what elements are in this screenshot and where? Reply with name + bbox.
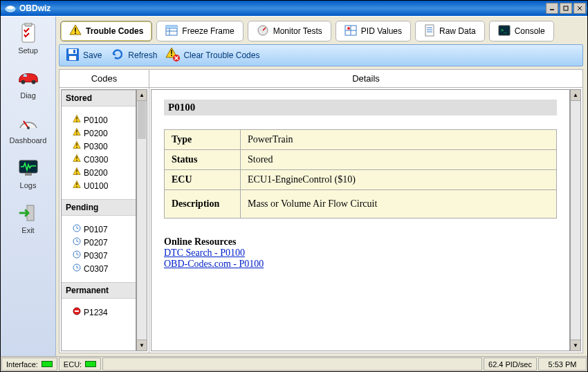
svg-point-46 (76, 133, 77, 135)
refresh-button[interactable]: Refresh (110, 47, 157, 64)
section-stored: Stored (62, 90, 136, 106)
nav-logs[interactable]: Logs (6, 157, 50, 189)
tab-label: Trouble Codes (86, 26, 143, 36)
code-row[interactable]: P0307 (62, 249, 136, 262)
warning-icon (73, 167, 81, 178)
minimize-button[interactable] (546, 3, 558, 14)
gauge-icon (17, 112, 39, 134)
svg-rect-28 (425, 25, 434, 36)
table-icon (165, 25, 178, 38)
content-area: Codes Stored P0100 P0200 P0300 C0300 B02… (59, 69, 583, 353)
tab-label: Console (515, 26, 545, 36)
status-pid-rate: 62.4 PID/sec (484, 357, 537, 371)
close-button[interactable] (573, 3, 586, 14)
code-row[interactable]: C0307 (62, 262, 136, 275)
no-entry-icon (73, 307, 81, 317)
svg-point-27 (347, 27, 350, 30)
document-icon (424, 24, 435, 39)
code-row[interactable]: U0100 (62, 179, 136, 192)
svg-point-16 (75, 32, 76, 34)
nav-diag-label: Diag (20, 91, 36, 100)
label-ecu: ECU (165, 170, 241, 190)
code-text: P0307 (84, 251, 108, 261)
nav-exit[interactable]: Exit (6, 202, 50, 234)
clear-codes-button[interactable]: Clear Trouble Codes (165, 47, 259, 64)
table-row: ECUECU1-EngineControl ($10) (165, 170, 557, 190)
svg-text:>_: >_ (501, 28, 507, 33)
code-text: U0100 (84, 181, 108, 191)
code-text: P1234 (84, 308, 108, 317)
app-icon (5, 3, 16, 14)
detail-code-heading: P0100 (164, 100, 557, 115)
svg-point-9 (31, 80, 35, 84)
status-interface-label: Interface: (6, 360, 38, 369)
code-row[interactable]: P0207 (62, 236, 136, 249)
status-clock: 5:53 PM (538, 357, 587, 371)
link-obd-codes[interactable]: OBD-Codes.com - P0100 (164, 259, 557, 270)
code-row[interactable]: P0200 (62, 127, 136, 140)
exit-icon (17, 202, 39, 224)
save-button[interactable]: Save (65, 47, 102, 64)
led-indicator (42, 361, 53, 367)
code-row[interactable]: P0100 (62, 113, 136, 127)
codes-panel: Codes Stored P0100 P0200 P0300 C0300 B02… (59, 70, 149, 353)
code-row[interactable]: C0300 (62, 153, 136, 166)
maximize-button[interactable] (560, 3, 572, 14)
svg-point-54 (76, 186, 77, 187)
svg-point-8 (21, 80, 25, 84)
status-interface: Interface: (1, 357, 57, 371)
scroll-up-arrow[interactable]: ▲ (137, 90, 147, 101)
tab-freeze-frame[interactable]: Freeze Frame (156, 21, 243, 41)
value-ecu: ECU1-EngineControl ($10) (241, 170, 557, 190)
codes-list[interactable]: Stored P0100 P0200 P0300 C0300 B0200 U01… (61, 89, 136, 351)
warning-icon (73, 128, 81, 138)
codes-panel-header: Codes (59, 70, 149, 88)
tab-label: PID Values (361, 26, 402, 36)
label-type: Type (165, 130, 241, 150)
tab-label: Freeze Frame (182, 26, 234, 36)
statusbar: Interface: ECU: 62.4 PID/sec 5:53 PM (1, 356, 587, 371)
tab-trouble-codes[interactable]: Trouble Codes (60, 21, 152, 41)
code-row[interactable]: P1234 (62, 306, 136, 319)
nav-logs-label: Logs (20, 181, 37, 189)
svg-rect-13 (25, 173, 32, 176)
grid-icon (344, 25, 357, 38)
car-icon (17, 67, 39, 89)
clock-icon (73, 250, 81, 261)
details-panel: Details P0100 TypePowerTrain StatusStore… (149, 70, 582, 353)
code-row[interactable]: P0107 (62, 223, 136, 236)
scroll-up-arrow[interactable]: ▲ (571, 90, 580, 101)
nav-setup[interactable]: Setup (6, 22, 50, 55)
nav-diag[interactable]: Diag (6, 67, 50, 100)
svg-rect-3 (564, 6, 568, 10)
details-scrollbar[interactable]: ▲ ▼ (570, 89, 581, 351)
tab-monitor-tests[interactable]: Monitor Tests (248, 21, 331, 41)
codes-scrollbar[interactable]: ▲ ▼ (136, 89, 147, 351)
status-ecu-label: ECU: (64, 360, 82, 369)
code-row[interactable]: P0300 (62, 140, 136, 153)
table-row: TypePowerTrain (165, 130, 557, 150)
svg-point-1 (7, 6, 14, 10)
led-indicator (85, 361, 96, 367)
scroll-down-arrow[interactable]: ▼ (571, 340, 580, 351)
floppy-icon (65, 47, 80, 64)
link-dtc-search[interactable]: DTC Search - P0100 (164, 248, 557, 259)
tab-console[interactable]: >_ Console (489, 21, 554, 41)
code-row[interactable]: B0200 (62, 166, 136, 179)
svg-rect-68 (75, 310, 79, 312)
tab-raw-data[interactable]: Raw Data (415, 21, 485, 41)
scroll-down-arrow[interactable]: ▼ (137, 340, 147, 351)
code-text: C0300 (84, 155, 108, 165)
nav-exit-label: Exit (21, 226, 34, 234)
tab-pid-values[interactable]: PID Values (336, 21, 411, 41)
code-text: P0200 (84, 129, 108, 138)
scroll-thumb[interactable] (138, 101, 146, 139)
code-text: B0200 (84, 168, 108, 178)
action-toolbar: Save Refresh Clear Trouble Codes (59, 44, 583, 66)
status-ecu: ECU: (59, 357, 101, 371)
console-icon: >_ (498, 25, 511, 38)
left-navigation: Setup Diag Dashboard Logs (1, 17, 56, 356)
monitor-wave-icon (17, 157, 39, 179)
nav-dashboard-label: Dashboard (10, 136, 47, 145)
nav-dashboard[interactable]: Dashboard (6, 112, 50, 145)
